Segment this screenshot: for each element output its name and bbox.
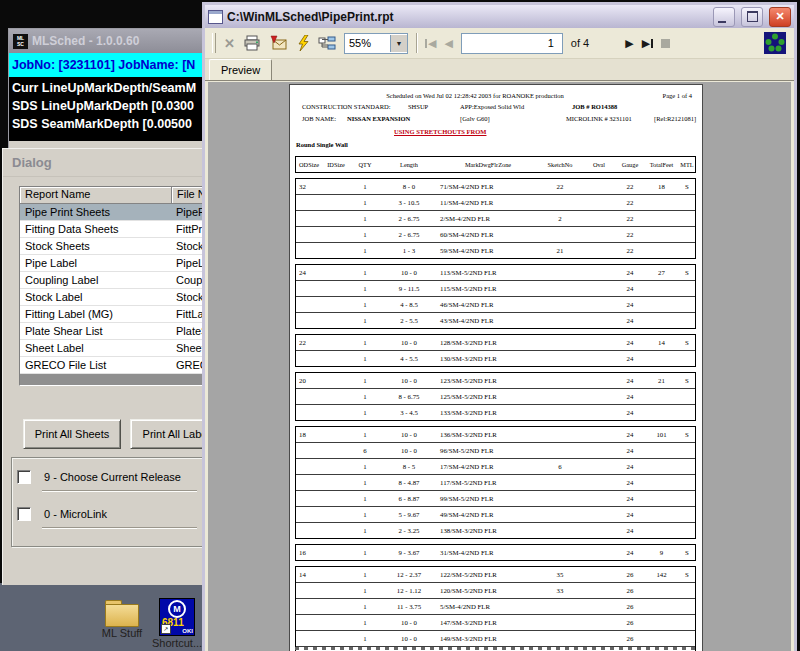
choose-release-label: 9 - Choose Current Release [42,469,197,491]
report-cell: 6 - 8.87 [380,495,438,502]
report-cell: 22 [616,231,644,238]
list-item[interactable]: GRECO File ListGREC [20,357,204,374]
report-cell: 5/SM-4/2ND FLR [438,603,538,610]
report-cell: S [679,431,695,438]
report-cell: 1 [350,431,380,438]
mlsched-titlebar[interactable]: MLSC MLSched - 1.0.0.60 [9,29,205,53]
report-list[interactable]: Report Name File Name Pipe Print SheetsP… [19,186,204,386]
report-cell: 122/SM-5/2ND FLR [438,571,538,578]
report-cell: 1 [350,511,380,518]
report-cell: 46/SM-4/2ND FLR [438,301,538,308]
report-row: 12 - 3.25138/SM-3/2ND FLR24 [296,522,695,538]
maximize-button[interactable] [741,7,763,27]
report-cell: 11/SM-4/2ND FLR [438,199,538,206]
report-cell: 1 [350,619,380,626]
first-page-button[interactable]: ◀ [425,37,436,50]
report-row: 24110 - 0113/SM-5/2ND FLR2427S [296,265,695,280]
report-row: 11 - 359/SM-4/2ND FLR2122 [296,242,695,258]
minimize-button[interactable] [713,7,735,27]
report-cell: 1 [350,527,380,534]
report-cell: 26 [616,571,644,578]
close-button[interactable]: ✕ [769,7,791,27]
report-group: 1619 - 3.6731/SM-4/2ND FLR249S [295,544,696,561]
report-cell: 24 [616,377,644,384]
report-cell: 14 [296,571,322,578]
choose-release-checkbox[interactable] [17,470,31,484]
report-column-header: MarkDwgFlrZone [438,161,538,168]
list-cell: SheetL [171,342,204,354]
page-number-field[interactable]: 1 [461,33,563,54]
list-cell: Stock Label [20,291,171,303]
toolbar-grip[interactable] [212,33,216,53]
preview-area[interactable]: Scheduled on Wed Jul 02 12:28:42 2003 fo… [208,82,791,651]
list-item[interactable]: Pipe Print SheetsPipePr [20,204,204,221]
report-cell: S [679,183,695,190]
last-page-button[interactable]: ▶ [642,37,653,50]
minimize-icon [718,21,726,23]
print-icon[interactable] [243,35,261,51]
prev-page-button[interactable]: ◀ [444,37,452,50]
list-cell: Fitting Data Sheets [20,223,171,235]
report-page: Scheduled on Wed Jul 02 12:28:42 2003 fo… [289,84,703,651]
report-cell: 32 [296,183,322,190]
list-item[interactable]: Stock SheetsStockR [20,238,204,255]
chevron-down-icon[interactable]: ▼ [390,35,407,52]
report-cell: S [679,269,695,276]
report-row: 18 - 6.75125/SM-5/2ND FLR24 [296,388,695,404]
list-cell: FittPrin [171,223,204,235]
stop-icon[interactable] [661,39,670,48]
job-name-value: NISSAN EXPANSION [347,115,410,122]
report-cell: 1 [350,339,380,346]
tab-preview[interactable]: Preview [209,59,272,80]
list-item[interactable]: Plate Shear ListPlateS [20,323,204,340]
report-cell: 24 [616,511,644,518]
list-item[interactable]: Fitting Label (MG)FittLab [20,306,204,323]
report-row: 16 - 8.8799/SM-5/2ND FLR24 [296,490,695,506]
report-cell: 142 [644,571,679,578]
report-row: 15 - 9.6749/SM-4/2ND FLR24 [296,506,695,522]
desktop-icon-shortcut[interactable]: M 6811 ↗ OKI Shortcut... [147,598,207,649]
report-column-header: ODSize [296,161,322,168]
column-header-file-name[interactable]: File Name [172,187,204,204]
report-cell: 14 [644,339,679,346]
report-cell: 22 [616,247,644,254]
prev-page-icon: ◀ [444,37,452,50]
list-cell: Stock Sheets [20,240,171,252]
list-item[interactable]: Coupling LabelCouplin [20,272,204,289]
zoom-value: 55% [349,37,371,49]
print-all-sheets-button[interactable]: Print All Sheets [23,419,121,449]
report-window-titlebar[interactable]: C:\WinMLSched\PipePrint.rpt ✕ [205,5,794,28]
cancel-icon[interactable]: ✕ [224,36,235,51]
microlink-checkbox[interactable] [17,507,31,521]
report-cell: 24 [616,409,644,416]
refresh-icon[interactable] [296,35,310,52]
list-cell: GREC [171,359,204,371]
zoom-select[interactable]: 55% ▼ [344,33,408,54]
report-cell: 1 [350,301,380,308]
report-row: 22110 - 0128/SM-3/2ND FLR2414S [296,335,695,350]
report-column-header: Gauge [616,161,644,168]
report-cell: 24 [616,285,644,292]
report-cell: 24 [616,339,644,346]
report-cell: 1 [350,231,380,238]
report-group: 3218 - 071/SM-4/2ND FLR222218S13 - 10.51… [295,178,696,259]
report-cell: 2 - 6.75 [380,215,438,222]
list-item[interactable]: Sheet LabelSheetL [20,340,204,357]
microlink-value: MICROLINK # 3231101 [566,115,632,122]
report-cell: 22 [296,339,322,346]
next-page-button[interactable]: ▶ [625,37,633,50]
report-cell: 24 [616,431,644,438]
desktop-icon-ml-stuff[interactable]: ML Stuff [92,600,152,639]
export-icon[interactable] [269,35,288,51]
list-item[interactable]: Fitting Data SheetsFittPrin [20,221,204,238]
column-header-report-name[interactable]: Report Name [20,187,172,204]
list-item[interactable]: Pipe LabelPipeLa [20,255,204,272]
job-number: JOB # RO14388 [572,103,617,110]
pipe-table-header: ODSizeIDSizeQTYLengthMarkDwgFlrZoneSketc… [295,156,696,173]
report-cell: 22 [616,199,644,206]
report-cell: 101 [644,431,679,438]
list-item[interactable]: Stock LabelStockL [20,289,204,306]
group-tree-icon[interactable] [318,36,336,51]
dialog-title[interactable]: Dialog [3,149,204,177]
print-all-labels-button[interactable]: Print All Labels [130,419,204,449]
